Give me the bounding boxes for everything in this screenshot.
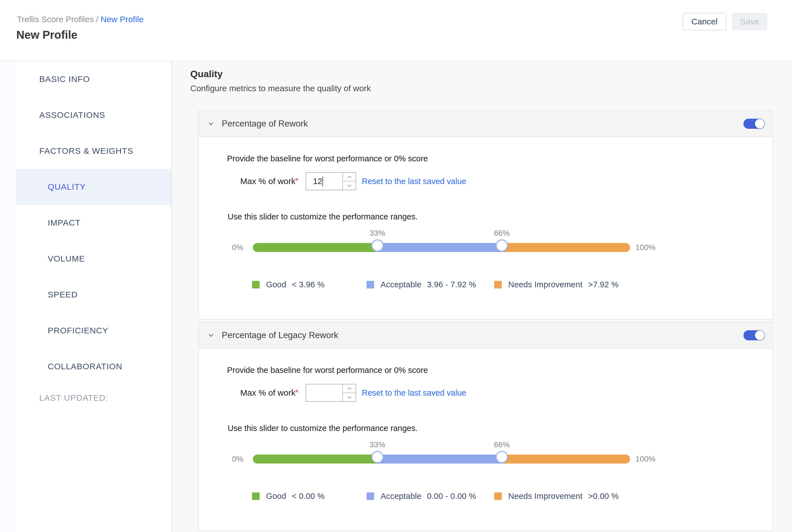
- sidebar-nav: BASIC INFO ASSOCIATIONS FACTORS & WEIGHT…: [16, 61, 172, 532]
- app-header: Trellis Score Profiles/New Profile New P…: [0, 0, 792, 61]
- metric-enabled-toggle[interactable]: [743, 119, 765, 129]
- sidebar-item-speed[interactable]: SPEED: [16, 277, 171, 312]
- slider-handle2-tick: 66%: [494, 440, 510, 449]
- legend-name: Acceptable: [381, 492, 421, 501]
- slider-track: [253, 455, 630, 463]
- slider-handle-2[interactable]: [496, 451, 508, 463]
- slider-max-label: 100%: [635, 243, 656, 252]
- legend-range: >0.00 %: [588, 492, 619, 501]
- legend-item-acceptable: Acceptable 3.96 - 7.92 %: [366, 280, 476, 289]
- legend-item-good: Good < 0.00 %: [252, 492, 325, 501]
- toggle-knob: [755, 119, 765, 129]
- toggle-knob: [755, 330, 765, 340]
- legend-name: Needs Improvement: [508, 280, 583, 289]
- slider-handle1-tick: 33%: [369, 229, 385, 238]
- sidebar-item-quality[interactable]: QUALITY: [16, 169, 171, 205]
- metric-card-percentage-of-rework: Percentage of Rework Provide the baselin…: [198, 110, 773, 320]
- slider-segment-good: [253, 455, 377, 463]
- slider-handle-1[interactable]: [371, 239, 384, 252]
- slider-segment-needs-improvement: [502, 455, 630, 463]
- breadcrumb-separator: /: [94, 15, 100, 24]
- legend-name: Needs Improvement: [508, 492, 583, 501]
- legend-item-good: Good < 3.96 %: [252, 280, 325, 289]
- legend-swatch-needs-improvement: [494, 492, 502, 500]
- slider-handle1-tick: 33%: [369, 440, 385, 449]
- sidebar-item-associations[interactable]: ASSOCIATIONS: [16, 97, 171, 133]
- legend-name: Good: [266, 280, 286, 289]
- page-title: New Profile: [16, 28, 77, 41]
- slider-max-label: 100%: [635, 455, 656, 463]
- legend-item-acceptable: Acceptable 0.00 - 0.00 %: [366, 492, 476, 501]
- sidebar-item-basic-info[interactable]: BASIC INFO: [16, 61, 171, 97]
- legend-range: < 3.96 %: [292, 280, 325, 289]
- slider-handle-1[interactable]: [371, 451, 384, 463]
- legend-range: >7.92 %: [588, 280, 619, 289]
- slider-legend: Good < 3.96 % Acceptable 3.96 - 7.92 % N…: [199, 280, 773, 289]
- sidebar-item-factors-weights[interactable]: FACTORS & WEIGHTS: [16, 133, 171, 169]
- slider-track: [253, 243, 630, 252]
- breadcrumb: Trellis Score Profiles/New Profile: [17, 15, 144, 24]
- left-gutter: [0, 61, 16, 532]
- legend-range: < 0.00 %: [292, 492, 325, 501]
- chevron-down-icon[interactable]: [207, 120, 215, 128]
- legend-swatch-acceptable: [366, 492, 374, 500]
- slider-min-label: 0%: [218, 243, 243, 252]
- slider-segment-good: [253, 243, 377, 252]
- chevron-down-icon[interactable]: [207, 331, 215, 339]
- legend-name: Acceptable: [381, 280, 421, 289]
- legend-range: 0.00 - 0.00 %: [427, 492, 476, 501]
- legend-swatch-good: [252, 492, 260, 500]
- legend-name: Good: [266, 492, 286, 501]
- legend-item-needs-improvement: Needs Improvement >0.00 %: [494, 492, 619, 501]
- slider-segment-acceptable: [377, 455, 502, 463]
- sidebar-item-proficiency[interactable]: PROFICIENCY: [16, 312, 171, 348]
- metric-enabled-toggle[interactable]: [743, 330, 765, 340]
- legend-item-needs-improvement: Needs Improvement >7.92 %: [494, 280, 619, 289]
- sidebar-item-impact[interactable]: IMPACT: [16, 205, 171, 241]
- sidebar-item-volume[interactable]: VOLUME: [16, 241, 171, 277]
- metric-card-percentage-of-legacy-rework: Percentage of Legacy Rework Provide the …: [198, 322, 773, 531]
- save-button[interactable]: Save: [732, 13, 767, 30]
- slider-segment-acceptable: [377, 243, 502, 252]
- section-subtitle: Configure metrics to measure the quality…: [190, 83, 371, 93]
- sidebar-last-updated: LAST UPDATED:: [16, 384, 171, 411]
- sidebar-item-collaboration[interactable]: COLLABORATION: [16, 348, 171, 384]
- cancel-button[interactable]: Cancel: [682, 13, 726, 30]
- slider-handle2-tick: 66%: [494, 229, 510, 238]
- slider-legend: Good < 0.00 % Acceptable 0.00 - 0.00 % N…: [199, 492, 773, 500]
- slider-segment-needs-improvement: [502, 243, 630, 252]
- legend-swatch-good: [252, 281, 260, 288]
- legend-swatch-needs-improvement: [494, 281, 502, 288]
- section-title: Quality: [190, 69, 223, 79]
- slider-handle-2[interactable]: [496, 239, 508, 252]
- slider-min-label: 0%: [218, 455, 243, 463]
- breadcrumb-current[interactable]: New Profile: [100, 15, 144, 24]
- legend-swatch-acceptable: [366, 281, 374, 288]
- legend-range: 3.96 - 7.92 %: [427, 280, 476, 289]
- breadcrumb-parent[interactable]: Trellis Score Profiles: [17, 15, 94, 24]
